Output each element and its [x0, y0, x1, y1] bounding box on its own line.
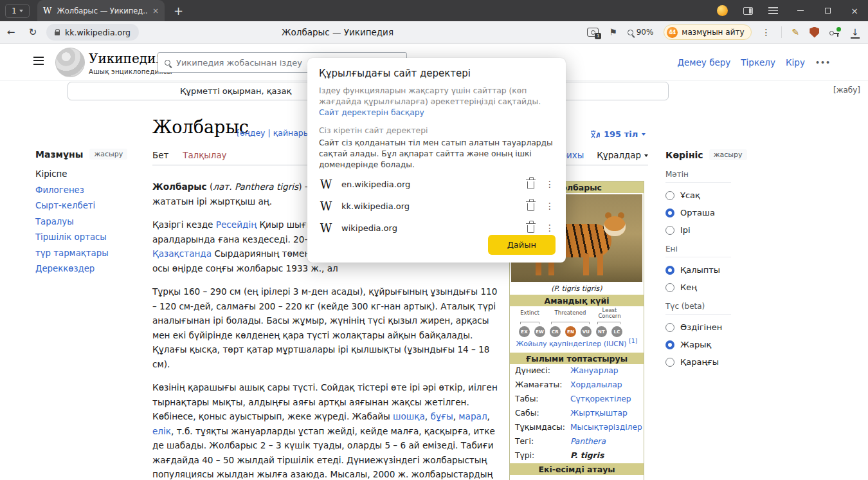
toc-item[interactable]: Таралуы — [35, 217, 146, 226]
chevron-down-icon — [644, 154, 648, 157]
appearance-section-label: Ені — [665, 245, 731, 257]
radio-icon-selected[interactable] — [665, 340, 674, 349]
password-key-icon[interactable] — [829, 27, 841, 37]
toc-item[interactable]: Филогенез — [35, 185, 146, 195]
paragraph-behavior: Көзінің қарашығы ашық сары түсті. Сойдақ… — [152, 380, 498, 480]
appearance-hide-button[interactable]: жасыру — [709, 149, 747, 160]
protect-shield-icon[interactable] — [809, 27, 819, 38]
window-title: Жолбарыс — Уикипедия — [231, 27, 444, 37]
site-domain: wikipedia.org — [341, 223, 519, 233]
radio-icon[interactable] — [665, 283, 674, 292]
delete-trash-icon[interactable] — [527, 225, 534, 233]
taxonomy-rows: Дүниесі:Жануарлар Жамағаты:Хордалылар Та… — [510, 364, 644, 463]
tab-article[interactable]: Бет — [152, 151, 168, 160]
wikipedia-globe-logo[interactable] — [55, 48, 85, 77]
delete-trash-icon[interactable] — [527, 203, 534, 211]
reload-button[interactable]: ↻ — [22, 26, 44, 38]
popup-description: Іздеу функцияларын жақсарту үшін сайттар… — [319, 86, 554, 118]
toc-item[interactable]: түр тармақтары — [35, 248, 146, 258]
banner-close-link[interactable]: [жабу] — [833, 86, 860, 95]
radio-option[interactable]: Қалыпты — [665, 265, 737, 275]
language-count: 195 тіл — [604, 129, 638, 139]
taxon-link[interactable]: Сүтқоректілер — [570, 394, 631, 405]
radio-icon-selected[interactable] — [665, 208, 674, 217]
language-selector[interactable]: A 195 тіл — [590, 129, 646, 139]
radio-option[interactable]: Қараңғы — [665, 357, 737, 367]
taxon-link[interactable]: Хордалылар — [570, 380, 622, 391]
status-circle: EW — [534, 326, 545, 337]
register-link[interactable]: Тіркелу — [741, 57, 775, 68]
manage-site-data-link[interactable]: Сайт деректерін басқару — [319, 108, 424, 117]
minimize-button[interactable] — [787, 0, 814, 21]
toc-title: Мазмұны — [35, 149, 83, 160]
taxonomy-row: Түрі:P. tigris — [510, 449, 644, 463]
status-link[interactable]: Жойылу қаупіндегілер (IUCN) — [516, 340, 626, 348]
tab-count: 1 — [12, 6, 16, 15]
back-button[interactable]: ← — [0, 26, 22, 38]
taxon-link[interactable]: Мысықтәрізділер — [570, 423, 642, 433]
taxonomy-row: Жамағаты:Хордалылар — [510, 378, 644, 392]
zoom-indicator[interactable]: 90% — [628, 28, 654, 37]
kebab-menu-icon[interactable]: ⋮ — [762, 27, 771, 37]
wiki-header-links: Демеу беру Тіркелу Кіру ••• — [678, 57, 831, 68]
browser-tab[interactable]: W Жолбарыс — Уикипед... × — [37, 0, 165, 21]
toc-hide-button[interactable]: жасыру — [89, 149, 127, 160]
side-panel-icon[interactable] — [743, 7, 753, 15]
tab-close-icon[interactable]: × — [152, 6, 159, 15]
taxon-link[interactable]: Жануарлар — [570, 366, 619, 376]
radio-icon[interactable] — [665, 226, 674, 235]
tab-talk[interactable]: Талқылау — [183, 151, 226, 160]
radio-option[interactable]: Өздігінен — [665, 322, 737, 332]
site-kebab-icon[interactable]: ⋮ — [545, 179, 554, 189]
status-circle: EX — [519, 326, 530, 337]
appearance-title: Көрініс — [665, 150, 703, 160]
browser-menu-icon[interactable] — [768, 7, 778, 14]
toc-item[interactable]: Дереккөздер — [35, 264, 146, 273]
site-domain: en.wikipedia.org — [341, 180, 519, 189]
edit-pencil-icon[interactable]: ✎ — [792, 27, 800, 37]
wikipedia-w-icon: W — [319, 199, 333, 213]
toc-item[interactable]: Тіршілік ортасы — [35, 232, 146, 242]
radio-icon[interactable] — [665, 191, 674, 200]
toc-item[interactable]: Сырт-келбеті — [35, 201, 146, 210]
taxon-link[interactable]: Panthera — [570, 437, 606, 447]
wikipedia-w-icon: W — [319, 221, 333, 235]
radio-option[interactable]: Жарық — [665, 340, 737, 349]
radio-option[interactable]: Кең — [665, 282, 737, 292]
wiki-menu-icon[interactable] — [33, 57, 44, 65]
more-menu-icon[interactable]: ••• — [815, 59, 831, 67]
maximize-button[interactable] — [814, 0, 841, 21]
new-tab-button[interactable]: + — [174, 5, 183, 17]
tabbar-right-controls: × — [717, 0, 868, 21]
login-link[interactable]: Кіру — [786, 57, 805, 68]
read-aloud-badge: 44 — [667, 27, 678, 38]
taxonomy-row: Дүниесі:Жануарлар — [510, 364, 644, 378]
status-reference[interactable]: [1] — [629, 337, 637, 344]
tools-dropdown[interactable]: Құралдар — [597, 151, 648, 160]
wiki-logo-title[interactable]: УикипедиЯ — [89, 51, 167, 66]
lock-icon — [55, 32, 60, 35]
radio-icon[interactable] — [665, 358, 674, 367]
promo-smiley-icon[interactable] — [717, 5, 728, 16]
bookmark-flag-icon[interactable]: ⚑ — [609, 27, 617, 37]
screenshot-icon[interactable]: 1 — [587, 28, 599, 37]
delete-trash-icon[interactable] — [527, 181, 534, 189]
tab-counter-button[interactable]: 1 — [5, 4, 30, 18]
popup-section-description: Сайт сіз қолданатын тіл мен сатып алатын… — [319, 138, 554, 171]
radio-icon[interactable] — [665, 323, 674, 332]
download-icon[interactable]: ↓ — [851, 28, 859, 37]
site-kebab-icon[interactable]: ⋮ — [545, 223, 554, 233]
read-aloud-button[interactable]: 44 мазмұнын айту — [664, 24, 751, 40]
donate-link[interactable]: Демеу беру — [678, 57, 731, 68]
window-close-button[interactable]: × — [841, 0, 868, 21]
done-button[interactable]: Дайын — [488, 235, 556, 255]
radio-option[interactable]: Орташа — [665, 208, 737, 217]
radio-option[interactable]: Ұсақ — [665, 190, 737, 200]
radio-icon-selected[interactable] — [665, 266, 674, 275]
toc-item[interactable]: Кіріспе — [35, 169, 146, 179]
address-bar[interactable]: kk.wikipedia.org — [46, 24, 139, 41]
status-circle-selected: EN — [565, 326, 576, 337]
radio-option[interactable]: Ірі — [665, 225, 737, 235]
site-kebab-icon[interactable]: ⋮ — [545, 201, 554, 211]
taxon-link[interactable]: Жыртқыштар — [570, 409, 628, 419]
